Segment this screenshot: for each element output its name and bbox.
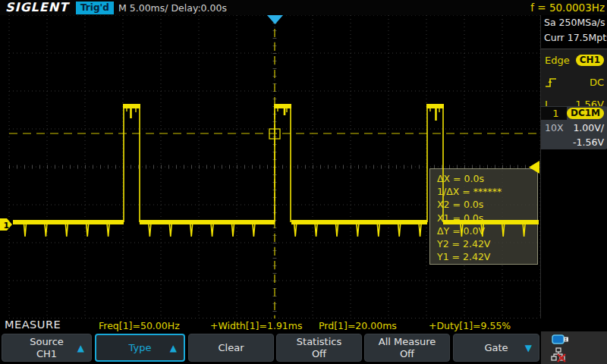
trigger-source-badge[interactable]: CH1: [576, 55, 604, 66]
memory-depth: Curr 17.5Mpts: [541, 30, 607, 46]
io-status-panel: [541, 331, 607, 364]
type-label: Type: [129, 342, 152, 354]
cursor-inv-delta-x: 1/ΔX = ******: [437, 185, 537, 198]
lan-disconnected-icon: [551, 347, 569, 362]
vertical-scale: 1.00V/: [573, 122, 604, 133]
measurement-pos-width: +Width[1]=1.91ms: [210, 320, 303, 331]
trigger-frequency-readout: f = 50.0003Hz: [530, 2, 605, 14]
measurement-period: Prd[1]=20.00ms: [319, 320, 397, 331]
menu-button-gate[interactable]: Gate ▼: [453, 334, 539, 362]
cursor-x2: X2 = 0.0s: [437, 198, 537, 211]
probe-attenuation: 10X: [545, 122, 563, 133]
measurement-pos-duty: +Duty[1]=9.55%: [429, 320, 511, 331]
measurement-freq: Freq[1]=50.00Hz: [99, 320, 180, 331]
menu-button-statistics[interactable]: Statistics Off: [276, 334, 362, 362]
all-measure-label: All Measure: [379, 336, 436, 348]
statistics-value: Off: [297, 348, 341, 360]
timebase-readout[interactable]: M 5.00ms/ Delay:0.00s: [118, 2, 227, 14]
up-arrow-icon: ▲: [170, 343, 177, 353]
cursor-measurement-panel: ΔX = 0.0s 1/ΔX = ****** X2 = 0.0s X1 = 0…: [429, 168, 538, 265]
cursor-y2: Y2 = 2.42V: [437, 237, 537, 250]
softkey-menu-bar: Source CH1 ▲ Type ▲ Clear Statistics Off…: [0, 331, 607, 364]
usb-device-icon: [552, 334, 570, 346]
source-label: Source: [30, 336, 64, 348]
sample-rate: Sa 250MSa/s: [541, 15, 607, 30]
menu-button-source[interactable]: Source CH1 ▲: [2, 334, 92, 362]
down-arrow-icon: ▼: [525, 343, 532, 353]
channel-coupling-badge[interactable]: DC1M: [567, 108, 604, 119]
vertical-offset: -1.56V: [573, 136, 604, 148]
top-status-bar: SIGLENT Trig'd M 5.00ms/ Delay:0.00s f =…: [0, 0, 607, 15]
status-sidebar: Sa 250MSa/s Curr 17.5Mpts Edge CH1 DC L …: [540, 15, 607, 318]
cursor-delta-y: ΔY = 0.0V: [437, 224, 537, 237]
clear-label: Clear: [219, 342, 244, 354]
trigger-status-badge: Trig'd: [76, 2, 114, 14]
oscilloscope-screen: SIGLENT Trig'd M 5.00ms/ Delay:0.00s f =…: [0, 0, 607, 364]
gate-label: Gate: [484, 342, 508, 354]
cursor-x1: X1 = 0.0s: [437, 212, 537, 224]
statistics-label: Statistics: [297, 336, 341, 348]
up-arrow-icon: ▲: [77, 343, 84, 353]
graticule-grid: [0, 15, 540, 318]
cursor-delta-x: ΔX = 0.0s: [437, 172, 537, 185]
source-value: CH1: [30, 348, 64, 360]
channel-number: 1: [541, 107, 567, 120]
cursor-y1: Y1 = 2.42V: [437, 250, 537, 263]
acquisition-info: Sa 250MSa/s Curr 17.5Mpts: [541, 15, 607, 46]
menu-button-clear[interactable]: Clear: [188, 334, 274, 362]
trigger-coupling: DC: [590, 77, 604, 88]
measure-title: MEASURE: [5, 318, 61, 331]
menu-button-type[interactable]: Type ▲: [95, 334, 185, 362]
waveform-display-area[interactable]: ΔX = 0.0s 1/ΔX = ****** X2 = 0.0s X1 = 0…: [0, 15, 540, 318]
rising-edge-icon: [545, 77, 558, 89]
trigger-type: Edge: [545, 55, 570, 66]
menu-button-all-measure[interactable]: All Measure Off: [364, 334, 450, 362]
all-measure-value: Off: [379, 348, 436, 360]
measurement-bar: MEASURE Freq[1]=50.00Hz +Width[1]=1.91ms…: [0, 318, 607, 331]
channel1-info-panel[interactable]: 1 DC1M 10X 1.00V/ -1.56V: [541, 106, 607, 149]
siglent-logo: SIGLENT: [5, 0, 68, 14]
